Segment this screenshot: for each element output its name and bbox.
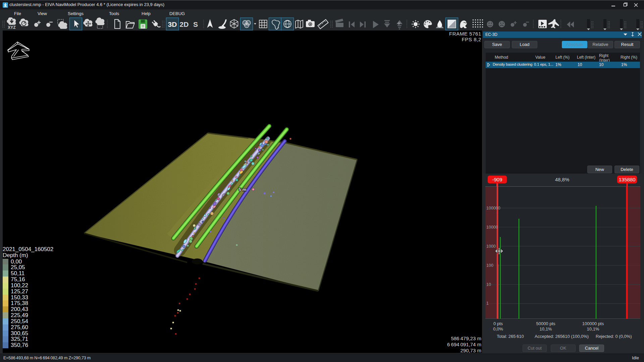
svg-text:10000: 10000 [486, 225, 498, 230]
svg-text:5 m: 5 m [239, 187, 246, 192]
svg-text:2D: 2D [180, 20, 189, 28]
svg-text:XYZ: XYZ [8, 25, 15, 30]
svg-text:1000: 1000 [486, 244, 496, 249]
svg-text:1: 1 [486, 301, 489, 306]
svg-text:100000: 100000 [486, 206, 500, 210]
svg-text:100: 100 [486, 263, 493, 268]
svg-text:10: 10 [486, 282, 491, 287]
svg-text:S: S [193, 20, 198, 28]
svg-text:3D: 3D [168, 20, 177, 28]
